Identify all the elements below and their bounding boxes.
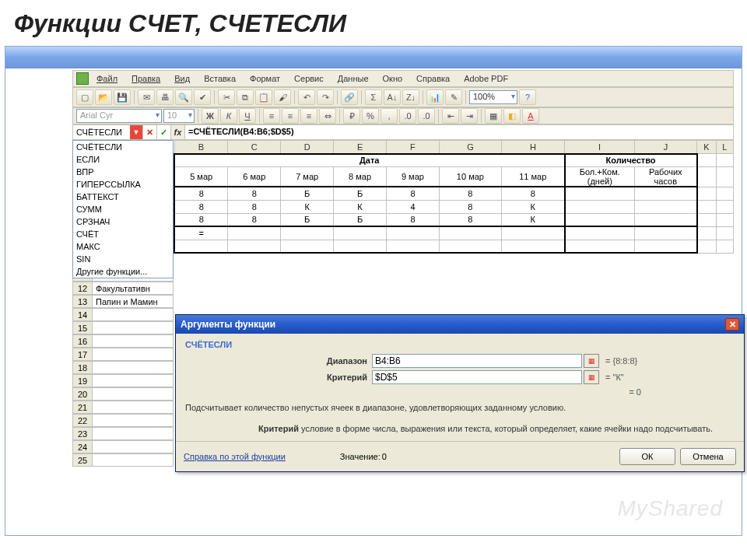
row-header[interactable]: 19: [72, 374, 93, 387]
currency-button[interactable]: ₽: [343, 108, 360, 124]
collapse-dialog-icon[interactable]: ▦: [584, 370, 599, 384]
cell[interactable]: [565, 187, 635, 200]
menu-data[interactable]: Данные: [331, 72, 375, 86]
undo-button[interactable]: ↶: [298, 89, 315, 105]
row-header[interactable]: 15: [72, 321, 93, 334]
cell[interactable]: Б: [281, 213, 334, 226]
header-date[interactable]: Дата: [174, 154, 565, 167]
cell[interactable]: К: [501, 213, 564, 226]
cell[interactable]: 4: [387, 200, 440, 213]
col-header[interactable]: E: [334, 141, 387, 154]
open-button[interactable]: 📂: [95, 89, 112, 105]
cancel-formula-button[interactable]: ✕: [143, 125, 157, 139]
help-link[interactable]: Справка по этой функции: [184, 452, 286, 461]
row-header[interactable]: 20: [72, 387, 93, 401]
cancel-button[interactable]: Отмена: [680, 448, 736, 465]
cell[interactable]: Рабочих часов: [635, 167, 697, 187]
dec-dec-button[interactable]: .0: [418, 108, 435, 124]
cell[interactable]: 8: [439, 200, 501, 213]
menu-tools[interactable]: Сервис: [288, 72, 330, 86]
borders-button[interactable]: ▦: [485, 108, 502, 124]
chart-button[interactable]: 📊: [426, 89, 444, 105]
enter-formula-button[interactable]: ✓: [157, 125, 171, 139]
help-button[interactable]: ?: [519, 89, 536, 105]
cell[interactable]: 9 мар: [387, 167, 440, 187]
row-header[interactable]: 12: [72, 282, 93, 295]
formula-input[interactable]: =СЧЁТЕСЛИ(B4:B6;$D$5): [185, 125, 733, 139]
cell[interactable]: [565, 213, 635, 226]
cell[interactable]: 8: [174, 213, 228, 226]
arg-input-range[interactable]: [372, 354, 582, 368]
new-button[interactable]: ▢: [76, 89, 93, 105]
menu-view[interactable]: Вид: [168, 72, 196, 86]
cell[interactable]: Б: [334, 187, 387, 200]
cell[interactable]: =: [174, 226, 228, 240]
collapse-dialog-icon[interactable]: ▦: [584, 354, 599, 368]
row-header[interactable]: 13: [72, 295, 93, 308]
cell[interactable]: 8: [228, 200, 281, 213]
underline-button[interactable]: Ч: [239, 108, 256, 124]
drawing-button[interactable]: ✎: [445, 89, 462, 105]
cut-button[interactable]: ✂: [218, 89, 235, 105]
header-qty[interactable]: Количество: [565, 154, 697, 167]
align-center-button[interactable]: ≡: [282, 108, 299, 124]
redo-button[interactable]: ↷: [317, 89, 334, 105]
font-name-combo[interactable]: Arial Cyr: [76, 109, 162, 123]
row-header[interactable]: 21: [72, 401, 93, 414]
row-header[interactable]: 16: [72, 334, 93, 348]
link-button[interactable]: 🔗: [341, 89, 358, 105]
align-right-button[interactable]: ≡: [300, 108, 317, 124]
name-box[interactable]: СЧЁТЕСЛИ ▼: [73, 125, 143, 139]
menu-format[interactable]: Формат: [244, 72, 286, 86]
cell[interactable]: 8: [174, 187, 228, 200]
cell[interactable]: 8: [228, 213, 281, 226]
cell[interactable]: [635, 213, 697, 226]
menu-insert[interactable]: Вставка: [198, 72, 242, 86]
fn-item[interactable]: ЕСЛИ: [73, 153, 173, 166]
font-color-button[interactable]: A: [522, 108, 539, 124]
cell[interactable]: Бол.+Ком. (дней): [565, 167, 635, 187]
indent-inc-button[interactable]: ⇥: [461, 108, 478, 124]
print-button[interactable]: 🖶: [156, 89, 174, 105]
row-header[interactable]: 18: [72, 361, 93, 374]
cell[interactable]: 6 мар: [228, 167, 281, 187]
arg-input-criterion[interactable]: [372, 370, 582, 384]
cell[interactable]: Б: [281, 187, 334, 200]
italic-button[interactable]: К: [220, 108, 237, 124]
window-titlebar[interactable]: [5, 47, 742, 68]
cell[interactable]: Б: [334, 213, 387, 226]
sort-desc-button[interactable]: Z↓: [402, 89, 419, 105]
paste-button[interactable]: 📋: [255, 89, 272, 105]
close-button[interactable]: ✕: [725, 318, 739, 331]
cell[interactable]: 8: [439, 187, 501, 200]
cell[interactable]: 7 мар: [281, 167, 334, 187]
format-painter-button[interactable]: 🖌: [274, 89, 291, 105]
indent-dec-button[interactable]: ⇤: [442, 108, 459, 124]
col-header[interactable]: B: [174, 141, 228, 154]
row-header[interactable]: 23: [72, 427, 93, 440]
spell-button[interactable]: ✔: [194, 89, 211, 105]
row-header[interactable]: 17: [72, 348, 93, 361]
cell[interactable]: К: [501, 200, 564, 213]
col-header[interactable]: F: [387, 141, 440, 154]
cell[interactable]: 8: [387, 187, 440, 200]
row-header[interactable]: 22: [72, 414, 93, 427]
copy-button[interactable]: ⧉: [237, 89, 254, 105]
fill-color-button[interactable]: ◧: [503, 108, 521, 124]
cell[interactable]: К: [334, 200, 387, 213]
ok-button[interactable]: ОК: [619, 448, 675, 465]
cell[interactable]: 8: [501, 187, 564, 200]
preview-button[interactable]: 🔍: [175, 89, 192, 105]
cell[interactable]: Факультативн: [93, 282, 174, 295]
col-header[interactable]: J: [635, 141, 697, 154]
menu-help[interactable]: Справка: [410, 72, 456, 86]
fn-item[interactable]: ГИПЕРССЫЛКА: [73, 178, 173, 191]
cell[interactable]: 8 мар: [334, 167, 387, 187]
menu-edit[interactable]: Правка: [125, 72, 167, 86]
col-header[interactable]: K: [697, 141, 717, 154]
col-header[interactable]: D: [281, 141, 334, 154]
cell[interactable]: К: [281, 200, 334, 213]
fn-item[interactable]: СЧЁТ: [73, 228, 173, 240]
fn-item[interactable]: СЧЁТЕСЛИ: [73, 141, 173, 153]
cell[interactable]: [635, 200, 697, 213]
